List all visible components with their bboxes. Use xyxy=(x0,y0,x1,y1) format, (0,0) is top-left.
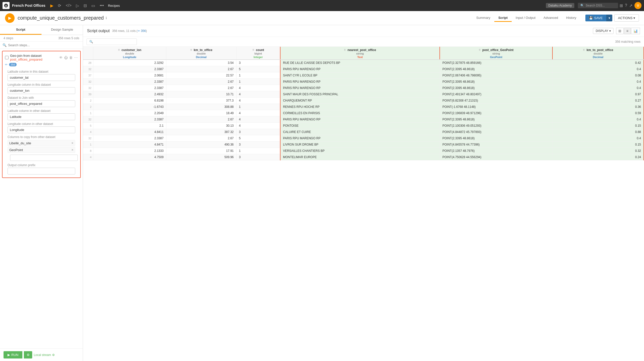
cell-9-1: 2.67 xyxy=(166,116,236,123)
row-num-12: 32 xyxy=(83,135,93,142)
cell-2-1: 22.57 xyxy=(166,72,236,79)
cell-11-1: 387.32 xyxy=(166,129,236,135)
list-view-button[interactable]: ≡ xyxy=(624,28,631,34)
actions-chevron-icon: ▾ xyxy=(633,16,635,20)
table-wrapper[interactable]: ⠿ customer_lon double Longitude ⠿ km_to_… xyxy=(83,47,644,361)
cell-6-4: POINT(6.82308 47.21315) xyxy=(440,98,552,104)
left-tab-script[interactable]: Script xyxy=(0,25,42,35)
col-handle-3: ⠿ xyxy=(344,49,346,52)
help-icon[interactable]: ? xyxy=(625,3,627,8)
row-num-10: 5 xyxy=(83,123,93,129)
cell-1-2: 5 xyxy=(236,66,280,72)
remove-copy-item-1[interactable]: × xyxy=(71,148,73,152)
save-dropdown-button[interactable]: ▾ xyxy=(606,15,612,21)
cell-3-1: 2.67 xyxy=(166,79,236,85)
tab-input-output[interactable]: Input / Output xyxy=(512,14,540,22)
cell-4-4: POINT(2.3395 48.8618) xyxy=(440,85,552,91)
sync-icon[interactable]: ⟳ xyxy=(56,2,63,9)
left-tab-design-sample[interactable]: Design Sample xyxy=(42,25,83,35)
tab-summary[interactable]: Summary xyxy=(472,14,494,22)
user-avatar[interactable]: U xyxy=(634,2,641,9)
step-card-title: Geo-join from dataset post_offices_prepa… xyxy=(10,54,58,61)
cell-2-2: 1 xyxy=(236,72,280,79)
table-row: 2-1.6743308.881RENNES RPU HOCHE RPPOINT(… xyxy=(83,104,644,110)
table-row: 322.33872.675PARIS RPU MARENGO RPPOINT(2… xyxy=(83,66,644,72)
trends-icon[interactable]: ↗ xyxy=(629,3,632,8)
chart-view-button[interactable]: 📊 xyxy=(631,28,640,34)
eye-icon[interactable]: 👁 xyxy=(59,56,63,60)
cell-14-1: 17.91 xyxy=(166,148,236,154)
lon-input[interactable] xyxy=(8,87,75,94)
play-icon[interactable]: ▷ xyxy=(74,2,80,9)
code-icon[interactable]: </> xyxy=(64,2,73,9)
tab-history[interactable]: History xyxy=(562,14,580,22)
cell-12-0: 2.3387 xyxy=(93,135,166,142)
cell-4-5: 0.4 xyxy=(552,85,644,91)
search-icon: 🔍 xyxy=(580,4,584,7)
cell-15-5: 0.24 xyxy=(552,154,644,160)
row-num-9: 32 xyxy=(83,116,93,123)
tab-script[interactable]: Script xyxy=(494,14,512,22)
output-link[interactable]: 356 xyxy=(141,29,146,33)
cell-6-0: 6.8198 xyxy=(93,98,166,104)
cell-8-3: CORMEILLES EN PARISIS xyxy=(280,110,440,116)
step-badge-row: ✏ 356 xyxy=(5,63,78,66)
actions-button[interactable]: ACTIONS ▾ xyxy=(614,14,639,22)
table-search-filter[interactable]: 🔍 xyxy=(87,38,137,45)
copy-columns-group: Columns to copy from other dataset xyxy=(5,134,78,140)
join-dataset-group: Dataset to Join with xyxy=(5,95,78,108)
row-num-11: 4 xyxy=(83,129,93,135)
remove-copy-item-0[interactable]: × xyxy=(71,141,73,145)
search-steps-input[interactable] xyxy=(8,43,80,47)
tab-advanced[interactable]: Advanced xyxy=(540,14,562,22)
app-logo[interactable]: A xyxy=(3,2,10,9)
prefix-input[interactable] xyxy=(8,168,75,174)
step-badge: 356 xyxy=(9,63,17,66)
copy-item-new-input[interactable] xyxy=(10,155,78,161)
apps-grid-icon[interactable]: ⊞ xyxy=(620,3,623,8)
cell-6-5: 0.27 xyxy=(552,98,644,104)
dataiku-badge: Dataiku Academy xyxy=(546,3,574,8)
recipe-icon: ▶ xyxy=(5,13,15,23)
local-stream-settings-icon[interactable]: ⚙ xyxy=(52,353,55,357)
recipe-info-icon[interactable]: ℹ xyxy=(106,16,107,20)
save-button[interactable]: 💾 SAVE xyxy=(585,15,606,21)
display-button[interactable]: DISPLAY ▾ xyxy=(593,28,614,34)
cell-5-1: 10.71 xyxy=(166,91,236,98)
table-row: 44.7509509.963MONTELIMAR EUROPEPOINT(4.7… xyxy=(83,154,644,160)
top-nav: A French Post Offices ▶ ⟳ </> ▷ ⊟ ▭ ••• … xyxy=(0,0,644,11)
screen-icon[interactable]: ▭ xyxy=(90,2,97,9)
more-step-icon[interactable]: ⋯ xyxy=(74,56,78,60)
dataset-link[interactable]: post_offices_prepared xyxy=(10,58,42,61)
more-icon[interactable]: ••• xyxy=(98,2,105,9)
flow-icon[interactable]: ▶ xyxy=(49,2,55,9)
output-header: Script output 356 rows, 11 cols (✏ 356) … xyxy=(83,25,644,37)
search-icon-left: 🔍 xyxy=(3,43,7,47)
deploy-icon[interactable]: ⊟ xyxy=(82,2,88,9)
pencil-icon: ✏ xyxy=(5,63,8,66)
join-dataset-input[interactable] xyxy=(8,100,75,107)
other-lon-input[interactable] xyxy=(8,126,75,133)
cell-8-4: POINT(2.196839 48.971296) xyxy=(440,110,552,116)
row-num-2: 37 xyxy=(83,72,93,79)
other-lat-input[interactable] xyxy=(8,113,75,120)
cell-1-0: 2.3387 xyxy=(93,66,166,72)
cell-9-3: PARIS RPU MARENGO RP xyxy=(280,116,440,123)
run-settings-button[interactable]: ⚙ xyxy=(24,351,32,358)
lat-input[interactable] xyxy=(8,74,75,81)
search-box[interactable]: 🔍 Search DSS... xyxy=(578,3,618,8)
copy-item-label-0: Libellé_du_site xyxy=(9,141,31,145)
grid-view-button[interactable]: ⊞ xyxy=(616,28,624,34)
delete-icon[interactable]: 🗑 xyxy=(69,56,73,60)
toggle-icon[interactable]: ⏻ xyxy=(64,56,68,60)
project-name: French Post Offices xyxy=(12,4,45,8)
table-row: 322.33872.671PARIS RPU MARENGO RPPOINT(2… xyxy=(83,79,644,85)
run-button[interactable]: ▶ RUN xyxy=(4,351,22,358)
cell-9-5: 0.4 xyxy=(552,116,644,123)
th-count: ⠿ count bigint Integer xyxy=(236,47,280,60)
cell-3-2: 1 xyxy=(236,79,280,85)
th-customer-lon: ⠿ customer_lon double Longitude xyxy=(93,47,166,60)
cell-5-0: 2.4932 xyxy=(93,91,166,98)
step-checkbox[interactable] xyxy=(5,56,9,59)
row-num-6: 2 xyxy=(83,98,93,104)
